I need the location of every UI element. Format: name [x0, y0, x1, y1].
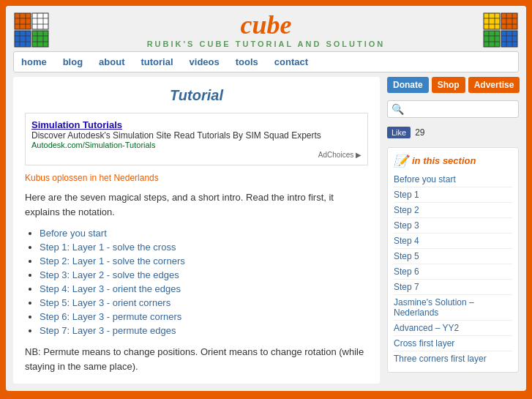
inner-wrapper: cube Rubik's Cube Tutorial and Solution: [6, 6, 526, 391]
section-title-text: in this section: [412, 155, 476, 166]
list-item: Step 2: Layer 1 - solve the corners: [40, 256, 368, 266]
svg-rect-20: [484, 13, 500, 29]
ad-box: Simulation Tutorials Discover Autodesk's…: [25, 113, 368, 165]
list-item: Step 3: Layer 2 - solve the edges: [40, 269, 368, 280]
section-link-6[interactable]: Step 6: [394, 264, 512, 280]
content-area: Tutorial Simulation Tutorials Discover A…: [13, 77, 380, 384]
section-link-3[interactable]: Step 3: [394, 218, 512, 234]
rubik-cube-right: [482, 12, 519, 48]
list-item: Step 1: Layer 1 - solve the cross: [40, 242, 368, 253]
section-links: Before you startStep 1Step 2Step 3Step 4…: [394, 172, 512, 366]
svg-rect-3: [32, 31, 48, 47]
section-link-2[interactable]: Step 2: [394, 203, 512, 218]
donate-button[interactable]: Donate: [387, 77, 429, 93]
svg-rect-22: [484, 31, 500, 47]
logo: cube: [6, 12, 526, 38]
step-link-1[interactable]: Step 1: Layer 1 - solve the cross: [40, 242, 176, 253]
section-link-11[interactable]: Three corners first layer: [394, 351, 512, 366]
svg-rect-1: [32, 13, 48, 29]
like-count: 29: [415, 127, 424, 138]
nav-tutorial[interactable]: tutorial: [141, 56, 173, 67]
steps-list: Before you startStep 1: Layer 1 - solve …: [25, 228, 368, 336]
ad-choices: AdChoices ▶: [31, 151, 361, 159]
step-link-7[interactable]: Step 7: Layer 3 - permute edges: [40, 325, 176, 336]
section-link-9[interactable]: Advanced – YY2: [394, 321, 512, 336]
section-link-4[interactable]: Step 4: [394, 234, 512, 249]
list-item: Step 4: Layer 3 - orient the edges: [40, 283, 368, 294]
svg-rect-23: [501, 31, 517, 47]
like-button[interactable]: Like: [387, 127, 411, 138]
step-link-5[interactable]: Step 5: Layer 3 - orient corners: [40, 297, 171, 308]
svg-rect-21: [501, 13, 517, 29]
step-link-2[interactable]: Step 2: Layer 1 - solve the corners: [40, 256, 185, 266]
outer-wrapper: cube Rubik's Cube Tutorial and Solution: [0, 0, 532, 399]
search-icon: 🔍: [391, 103, 404, 115]
nav-home[interactable]: home: [21, 56, 47, 67]
step-link-6[interactable]: Step 6: Layer 3 - permute corners: [40, 311, 181, 322]
section-link-0[interactable]: Before you start: [394, 172, 512, 187]
list-item: Step 6: Layer 3 - permute corners: [40, 311, 368, 322]
section-title: 📝 in this section: [394, 154, 512, 168]
list-item: Step 7: Layer 3 - permute edges: [40, 325, 368, 336]
section-link-1[interactable]: Step 1: [394, 187, 512, 203]
svg-rect-2: [15, 31, 31, 47]
section-link-7[interactable]: Step 7: [394, 280, 512, 295]
main-layout: Tutorial Simulation Tutorials Discover A…: [6, 77, 526, 391]
intro-text: Here are the seven magical steps, and a …: [25, 190, 368, 219]
ad-url[interactable]: Autodesk.com/Simulation-Tutorials: [31, 141, 361, 149]
nav-bar: home blog about tutorial videos tools co…: [13, 51, 519, 72]
nav-about[interactable]: about: [99, 56, 124, 67]
kubus-link[interactable]: Kubus oplossen in het Nederlands: [25, 173, 368, 183]
notepad-icon: 📝: [394, 154, 408, 168]
nb-text: NB: Permute means to change positions. O…: [25, 345, 368, 373]
search-input[interactable]: [407, 104, 517, 114]
sidebar: Donate Shop Advertise 🔍 Like 29 📝 in thi…: [387, 77, 519, 384]
shop-button[interactable]: Shop: [432, 77, 465, 93]
step-link-4[interactable]: Step 4: Layer 3 - orient the edges: [40, 283, 181, 294]
step-link-3[interactable]: Step 3: Layer 2 - solve the edges: [40, 269, 179, 280]
nav-tools[interactable]: tools: [236, 56, 258, 67]
step-link-0[interactable]: Before you start: [40, 228, 107, 239]
rubik-cube-left: [13, 12, 50, 48]
nav-videos[interactable]: videos: [190, 56, 220, 67]
advertise-button[interactable]: Advertise: [468, 77, 520, 93]
section-link-10[interactable]: Cross first layer: [394, 336, 512, 351]
nav-blog[interactable]: blog: [63, 56, 83, 67]
like-box: Like 29: [387, 127, 519, 138]
ad-description: Discover Autodesk's Simulation Site Read…: [31, 130, 361, 141]
header: cube Rubik's Cube Tutorial and Solution: [6, 6, 526, 72]
search-box: 🔍: [387, 100, 519, 118]
page-title: Tutorial: [25, 87, 368, 104]
list-item: Step 5: Layer 3 - orient corners: [40, 297, 368, 308]
svg-rect-0: [15, 13, 31, 29]
nav-contact[interactable]: contact: [274, 56, 308, 67]
in-this-section-box: 📝 in this section Before you startStep 1…: [387, 147, 519, 373]
ad-title[interactable]: Simulation Tutorials: [31, 119, 361, 130]
tagline: Rubik's Cube Tutorial and Solution: [6, 40, 526, 48]
sidebar-buttons: Donate Shop Advertise: [387, 77, 519, 93]
list-item: Before you start: [40, 228, 368, 239]
section-link-8[interactable]: Jasmine's Solution – Nederlands: [394, 295, 512, 321]
section-link-5[interactable]: Step 5: [394, 249, 512, 264]
